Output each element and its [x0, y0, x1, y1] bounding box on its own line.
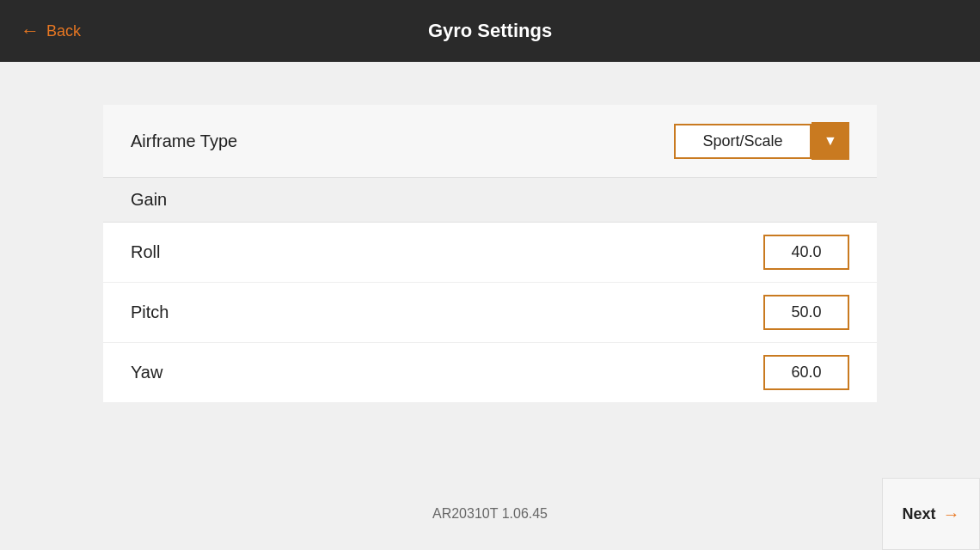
- pitch-value[interactable]: 50.0: [763, 295, 849, 330]
- next-button[interactable]: Next →: [882, 478, 980, 550]
- roll-value[interactable]: 40.0: [763, 235, 849, 270]
- footer: AR20310T 1.06.45: [0, 478, 980, 550]
- dropdown-arrow-icon: ▼: [824, 133, 837, 149]
- next-arrow-icon: →: [943, 504, 960, 524]
- pitch-label: Pitch: [131, 302, 168, 322]
- back-button[interactable]: ← Back: [21, 20, 81, 42]
- airframe-type-label: Airframe Type: [131, 131, 237, 151]
- pitch-row: Pitch 50.0: [103, 283, 877, 343]
- airframe-select-value[interactable]: Sport/Scale: [674, 124, 812, 159]
- roll-label: Roll: [131, 242, 160, 262]
- airframe-type-row: Airframe Type Sport/Scale ▼: [103, 105, 877, 178]
- gain-label: Gain: [131, 190, 167, 209]
- next-label: Next: [902, 505, 935, 523]
- yaw-row: Yaw 60.0: [103, 343, 877, 402]
- roll-row: Roll 40.0: [103, 223, 877, 283]
- gain-row: Gain: [103, 178, 877, 223]
- yaw-value[interactable]: 60.0: [763, 355, 849, 390]
- header: ← Back Gyro Settings: [0, 0, 980, 62]
- back-label: Back: [46, 22, 81, 40]
- page-title: Gyro Settings: [428, 20, 552, 42]
- back-arrow-icon: ←: [21, 20, 40, 42]
- airframe-select-wrapper: Sport/Scale ▼: [674, 122, 849, 160]
- settings-card: Airframe Type Sport/Scale ▼ Gain Roll 40…: [103, 105, 877, 402]
- firmware-version: AR20310T 1.06.45: [432, 506, 548, 522]
- main-content: Airframe Type Sport/Scale ▼ Gain Roll 40…: [0, 62, 980, 550]
- airframe-dropdown-button[interactable]: ▼: [812, 122, 849, 160]
- yaw-label: Yaw: [131, 363, 162, 382]
